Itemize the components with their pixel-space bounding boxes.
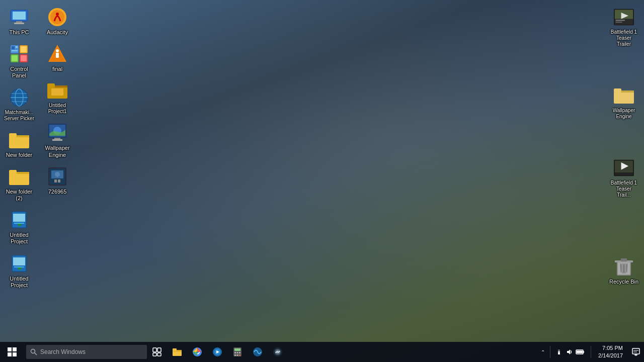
battlefield-teaser-icon <box>614 7 634 27</box>
file-explorer-icon <box>172 347 182 356</box>
svg-point-34 <box>50 10 64 24</box>
svg-point-39 <box>56 49 59 52</box>
search-bar[interactable] <box>26 345 147 359</box>
svg-rect-61 <box>616 22 622 23</box>
svg-rect-94 <box>237 352 238 353</box>
network-tray-icon[interactable] <box>555 348 562 355</box>
untitled-project-1-icon <box>9 210 29 230</box>
task-view-icon <box>152 347 162 356</box>
taskbar-calculator[interactable] <box>227 342 248 362</box>
volume-tray-icon[interactable] <box>566 348 573 355</box>
taskbar-media-player[interactable] <box>207 342 227 362</box>
new-folder-label: New folder <box>6 152 33 158</box>
power-tray-icon[interactable] <box>576 348 585 355</box>
svg-rect-80 <box>153 353 156 356</box>
control-panel-icon <box>9 44 29 64</box>
svg-rect-81 <box>157 353 161 356</box>
svg-rect-79 <box>157 348 161 352</box>
taskbar-steam[interactable] <box>268 342 288 362</box>
726965-label: 726965 <box>48 189 67 195</box>
clock-date: 2/14/2017 <box>598 352 623 359</box>
chrome-icon <box>192 347 202 357</box>
desktop-icon-control-panel[interactable]: Control Panel <box>0 41 38 82</box>
desktop-icon-matchmaking[interactable]: Matchmaki...Server Picker <box>0 84 38 125</box>
desktop-icon-new-folder-2[interactable]: New folder (2) <box>0 163 38 205</box>
taskbar-file-explorer[interactable] <box>167 342 187 362</box>
windows-logo-icon <box>8 347 17 356</box>
new-folder-2-label: New folder (2) <box>4 189 34 202</box>
svg-line-77 <box>35 353 37 355</box>
new-folder-2-icon <box>9 166 29 187</box>
steam-icon <box>273 347 283 357</box>
untitled-project-2-label: Untitled Project <box>4 276 34 289</box>
svg-rect-78 <box>153 348 156 352</box>
desktop-icon-wallpaper-engine[interactable]: Wallpaper Engine <box>38 120 76 161</box>
svg-rect-28 <box>14 223 24 224</box>
svg-point-35 <box>56 13 59 16</box>
tray-separator <box>550 346 550 358</box>
desktop-icon-audacity[interactable]: Audacity <box>38 4 76 39</box>
desktop-icon-battlefield-teaser[interactable]: Battlefield 1Teaser Trailer <box>605 4 643 50</box>
desktop-left-col2: Audacity final <box>38 0 76 204</box>
recycle-bin-icon <box>614 256 634 277</box>
untitled-project1-icon <box>47 80 67 101</box>
svg-point-52 <box>55 172 60 177</box>
svg-rect-38 <box>56 53 59 58</box>
svg-rect-21 <box>9 133 17 137</box>
svg-rect-110 <box>632 348 639 354</box>
svg-rect-43 <box>51 88 63 96</box>
desktop-icon-untitled-project-1[interactable]: Untitled Project <box>0 207 38 248</box>
battlefield-teaser-label: Battlefield 1Teaser Trailer <box>609 29 639 47</box>
desktop-icon-untitled-project-2[interactable]: Untitled Project <box>0 250 38 292</box>
desktop-icon-recycle-bin[interactable]: Recycle Bin <box>605 253 643 288</box>
new-folder-icon <box>9 130 29 150</box>
desktop-icon-726965[interactable]: 726965 <box>38 163 76 198</box>
untitled-project-2-icon <box>9 253 29 274</box>
svg-rect-6 <box>16 46 18 48</box>
final-label: final <box>52 66 62 72</box>
taskbar-chrome[interactable] <box>187 342 207 362</box>
svg-rect-1 <box>13 12 26 20</box>
svg-rect-7 <box>12 50 18 51</box>
svg-point-102 <box>276 350 279 353</box>
svg-rect-92 <box>234 348 240 351</box>
desktop-icon-battlefield-trail[interactable]: Battlefield 1Teaser Trail... <box>605 155 643 201</box>
svg-rect-60 <box>616 20 625 21</box>
recycle-bin-label: Recycle Bin <box>609 279 638 285</box>
taskbar-task-view[interactable] <box>147 342 167 362</box>
desktop-icon-new-folder[interactable]: New folder <box>0 127 38 161</box>
desktop-icon-wallpaper-engine-r[interactable]: WallpaperEngine <box>605 82 643 123</box>
svg-rect-109 <box>577 351 583 353</box>
taskbar-network-activity[interactable] <box>248 342 268 362</box>
svg-rect-97 <box>237 354 238 356</box>
search-input[interactable] <box>40 348 131 355</box>
svg-rect-95 <box>239 352 240 353</box>
clock[interactable]: 7:05 PM 2/14/2017 <box>593 344 628 360</box>
wallpaper-engine-icon <box>47 123 67 143</box>
search-icon <box>30 348 37 355</box>
tray-expand-chevron[interactable]: ⌃ <box>541 349 545 355</box>
taskbar-right: ⌃ <box>537 342 644 362</box>
wallpaper-engine-r-icon <box>614 85 634 106</box>
clock-time: 7:05 PM <box>602 344 623 352</box>
matchmaking-label: Matchmaki...Server Picker <box>4 110 34 122</box>
this-pc-icon <box>9 7 29 27</box>
svg-rect-26 <box>13 214 25 222</box>
battlefield-trail-label: Battlefield 1Teaser Trail... <box>609 180 639 198</box>
svg-rect-64 <box>614 88 621 93</box>
calculator-icon <box>233 347 242 357</box>
action-center-button[interactable] <box>628 342 644 362</box>
desktop-icon-this-pc[interactable]: This PC <box>0 4 38 39</box>
desktop-icon-final[interactable]: final <box>38 41 76 75</box>
desktop-icon-untitled-project1[interactable]: UntitledProject1 <box>38 77 76 118</box>
wallpaper-engine-r-label: WallpaperEngine <box>613 108 635 120</box>
background-overlay <box>0 0 644 342</box>
action-center-icon <box>632 348 640 356</box>
this-pc-label: This PC <box>9 29 29 36</box>
untitled-project1-label: UntitledProject1 <box>48 103 67 115</box>
svg-rect-42 <box>47 83 55 87</box>
desktop: This PC Control Panel <box>0 0 644 362</box>
start-button[interactable] <box>0 342 24 362</box>
clock-separator <box>591 346 591 358</box>
svg-rect-54 <box>58 179 60 183</box>
